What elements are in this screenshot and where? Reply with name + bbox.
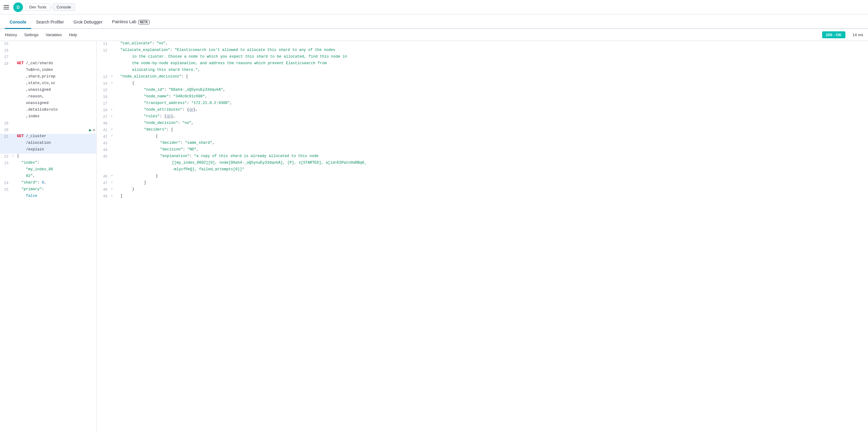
output-content: {: [116, 81, 868, 85]
output-content: ]: [116, 194, 868, 198]
line-content: "my_index_06: [17, 167, 96, 171]
output-content: {: [116, 134, 868, 138]
editor-line: "my_index_06: [0, 167, 96, 174]
output-line: 42 ▾ {: [96, 134, 868, 140]
output-content: ]: [116, 180, 868, 185]
editor-line: 25 "primary":: [0, 187, 96, 194]
output-line-number: [96, 61, 111, 62]
hamburger-icon[interactable]: [4, 4, 11, 11]
output-line: in the cluster. Choose a node to which y…: [96, 54, 868, 61]
line-number: 22: [0, 154, 12, 159]
line-content: "primary":: [17, 187, 96, 191]
output-content: in the cluster. Choose a node to which y…: [116, 55, 868, 59]
line-number: [0, 74, 12, 75]
output-line: -mlycfPeQ], failed_attempts[0]]": [96, 167, 868, 174]
output-fold[interactable]: ▸: [111, 108, 116, 111]
output-content: }: [116, 187, 868, 191]
output-line: 11 "can_allocate": "no",: [96, 41, 868, 47]
output-line: 43 "decider": "same_shard",: [96, 140, 868, 147]
doc-button[interactable]: ⚙: [93, 128, 95, 132]
output-line: 40 "node_decision": "no",: [96, 121, 868, 127]
line-content: ,index: [17, 114, 96, 119]
output-content: "can_allocate": "no",: [116, 41, 868, 45]
output-content: "roles": […],: [116, 114, 868, 119]
output-fold[interactable]: ▾: [111, 187, 116, 191]
editor-line: 18 GET /_cat/shards: [0, 61, 96, 68]
line-number: [0, 147, 12, 148]
editor-line: ,shard,prirep: [0, 74, 96, 81]
settings-button[interactable]: Settings: [24, 33, 38, 37]
output-line-number: 13: [96, 74, 111, 79]
output-fold[interactable]: ▾: [111, 174, 116, 177]
line-content: /explain: [17, 147, 96, 152]
output-line: 47 ▾ ]: [96, 180, 868, 187]
history-button[interactable]: History: [5, 33, 17, 37]
tab-console[interactable]: Console: [5, 16, 31, 29]
line-content: {: [17, 154, 96, 158]
help-button[interactable]: Help: [69, 33, 77, 37]
line-content: ,state,sto,sc: [17, 81, 96, 85]
line-number: [0, 81, 12, 82]
editor-line-selected: 21 GET /_cluster: [0, 134, 96, 140]
editor-line: ,unassigned: [0, 88, 96, 94]
collapsed-badge[interactable]: …: [166, 114, 171, 119]
output-line-number: 43: [96, 141, 111, 145]
output-line: allocating this shard there.",: [96, 68, 868, 74]
editor-line: ,state,sto,sc: [0, 81, 96, 88]
output-line-number: 12: [96, 48, 111, 53]
output-fold[interactable]: ▾: [111, 81, 116, 85]
fold-gutter[interactable]: ▾: [12, 154, 17, 158]
editor-line: 16: [0, 47, 96, 54]
output-content: [[my_index_0602][0], node[D6ah4-_oQ5ynuE…: [116, 161, 868, 165]
editor-line: 24 "shard": 0,: [0, 180, 96, 187]
output-content: "allocate_explanation": "Elasticsearch i…: [116, 48, 868, 52]
output-fold[interactable]: ▸: [111, 114, 116, 118]
output-fold[interactable]: ▾: [111, 180, 116, 184]
output-fold[interactable]: ▾: [111, 128, 116, 131]
avatar: D: [13, 2, 23, 12]
output-line: 12 "allocate_explanation": "Elasticsearc…: [96, 47, 868, 54]
variables-button[interactable]: Variables: [45, 33, 62, 37]
output-line-number: 45: [96, 154, 111, 159]
output-fold[interactable]: ▾: [111, 74, 116, 78]
left-editor-panel[interactable]: 15 16 17 18 GET /_cat/shards ?v&h=n,inde…: [0, 41, 96, 433]
tab-search-profiler[interactable]: Search Profiler: [31, 16, 69, 29]
run-button[interactable]: ▶: [89, 128, 91, 133]
line-number: 25: [0, 187, 12, 192]
breadcrumb-console[interactable]: Console: [53, 3, 75, 11]
line-actions: ▶ ⚙: [89, 128, 96, 133]
output-content: "node_id": "D6ah4-_oQ5ynuEy33dqvkA",: [116, 88, 868, 92]
breadcrumb: Dev Tools › Console: [25, 3, 75, 11]
output-line-number: 11: [96, 41, 111, 46]
editor-line: 22 ▾ {: [0, 154, 96, 160]
output-line-number: [96, 55, 111, 55]
output-line-number: 42: [96, 134, 111, 139]
output-line: 46 ▾ }: [96, 174, 868, 180]
tab-grok-debugger[interactable]: Grok Debugger: [69, 16, 107, 29]
output-line-number: 49: [96, 194, 111, 199]
output-line: 17 "transport_address": "172.21.0.2:9300…: [96, 101, 868, 107]
line-number: [0, 167, 12, 168]
line-number: [0, 101, 12, 102]
right-output-panel[interactable]: 11 "can_allocate": "no", 12 "allocate_ex…: [96, 41, 868, 433]
line-content: ,unassigned: [17, 88, 96, 92]
tab-painless-lab[interactable]: Painless LabBETA: [107, 16, 155, 29]
line-number: 15: [0, 41, 12, 46]
collapsed-badge[interactable]: …: [189, 108, 193, 112]
line-number: 21: [0, 134, 12, 139]
editor-line: ,index: [0, 114, 96, 121]
output-fold[interactable]: ▾: [111, 194, 116, 197]
output-fold[interactable]: ▾: [111, 134, 116, 138]
output-line-number: [96, 161, 111, 161]
main-layout: 15 16 17 18 GET /_cat/shards ?v&h=n,inde…: [0, 41, 868, 433]
beta-badge: BETA: [138, 20, 150, 25]
line-content: ?v&h=n,index: [17, 68, 96, 72]
output-line: 45 "explanation": "a copy of this shard …: [96, 154, 868, 160]
output-line-number: [96, 167, 111, 168]
output-content: }: [116, 174, 868, 178]
chrome-bar: D Dev Tools › Console: [0, 0, 868, 14]
output-line: 15 "node_id": "D6ah4-_oQ5ynuEy33dqvkA",: [96, 88, 868, 94]
breadcrumb-devtools[interactable]: Dev Tools: [25, 3, 50, 11]
output-line-number: 41: [96, 128, 111, 132]
output-line-number: 14: [96, 81, 111, 86]
